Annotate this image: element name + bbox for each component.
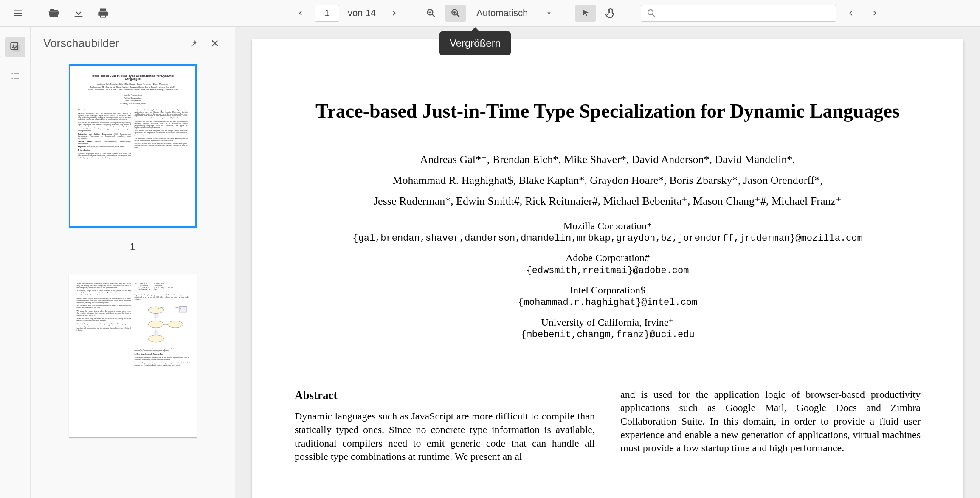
zoom-in-button[interactable] <box>445 5 466 22</box>
svg-line-1 <box>432 14 435 17</box>
prev-page-button[interactable] <box>290 5 310 22</box>
svg-point-11 <box>12 45 14 46</box>
trace-tree-diagram-icon <box>135 303 189 346</box>
svg-line-4 <box>457 14 459 17</box>
svg-rect-10 <box>13 45 20 51</box>
close-icon <box>210 39 220 48</box>
thumbnail-1[interactable]: Trace-based Just-in-Time Type Specializa… <box>31 64 235 253</box>
thumbnails-header: Vorschaubilder <box>31 27 235 60</box>
download-icon <box>73 7 84 19</box>
cursor-icon <box>580 8 591 18</box>
paper-authors: Andreas Gal*⁺, Brendan Eich*, Mike Shave… <box>295 149 921 212</box>
zoom-in-icon <box>450 8 461 19</box>
abstract-body: Dynamic languages such as JavaScript are… <box>295 410 595 464</box>
print-icon <box>97 7 109 19</box>
hand-icon <box>605 8 616 19</box>
chevron-down-icon <box>545 9 553 17</box>
paper-title: Trace-based Just-in-Time Type Specializa… <box>295 99 921 124</box>
svg-point-15 <box>167 321 183 327</box>
chevron-left-icon <box>296 8 305 18</box>
page-total-label: von 14 <box>344 8 380 19</box>
mini-sidebar <box>0 27 31 498</box>
thumbnails-tab-button[interactable] <box>5 37 25 57</box>
menu-button[interactable] <box>8 5 28 22</box>
pin-panel-button[interactable] <box>186 36 200 51</box>
affiliation-intel: Intel Corporation$ {mohammad.r.haghighat… <box>295 284 921 309</box>
page-view[interactable]: Trace-based Just-in-Time Type Specializa… <box>235 27 980 498</box>
thumbnails-title: Vorschaubilder <box>43 37 178 50</box>
thumbnails-list[interactable]: Trace-based Just-in-Time Type Specializa… <box>31 60 235 498</box>
separator <box>36 7 36 20</box>
open-file-button[interactable] <box>44 5 64 22</box>
close-panel-button[interactable] <box>208 36 222 51</box>
svg-point-13 <box>148 321 163 327</box>
find-next-button[interactable] <box>865 5 885 22</box>
hand-tool-button[interactable] <box>600 5 620 22</box>
pin-icon <box>188 38 198 48</box>
affiliation-uci: University of California, Irvine⁺ {mbebe… <box>295 316 921 341</box>
thumbnails-panel: Vorschaubilder Trace-based Just-in-Time … <box>31 27 235 498</box>
find-prev-button[interactable] <box>840 5 861 22</box>
zoom-out-icon <box>425 8 436 19</box>
abstract-heading: Abstract <box>295 388 595 403</box>
svg-rect-16 <box>179 306 186 312</box>
outline-tab-button[interactable] <box>5 66 25 86</box>
chevron-left-icon <box>846 8 855 18</box>
pointer-tool-button[interactable] <box>575 5 596 22</box>
page-1: Trace-based Just-in-Time Type Specializa… <box>252 39 963 498</box>
search-icon <box>646 8 656 18</box>
print-button[interactable] <box>93 5 113 22</box>
intro-body: and is used for the application logic of… <box>620 388 921 455</box>
thumbnail-1-label: 1 <box>130 241 135 253</box>
outline-icon <box>10 70 21 82</box>
thumbnail-2[interactable]: When recording and compiling a trace, op… <box>31 274 235 438</box>
zoom-select-label: Automatisch <box>476 8 528 19</box>
svg-point-7 <box>648 10 653 15</box>
zoom-out-button[interactable] <box>421 5 441 22</box>
toolbar: von 14 Automatisch <box>0 0 980 27</box>
chevron-right-icon <box>870 8 880 18</box>
page-number-input[interactable] <box>315 5 339 22</box>
svg-line-8 <box>653 14 655 17</box>
folder-open-icon <box>48 7 60 20</box>
chevron-right-icon <box>390 8 399 18</box>
abstract-column-right: and is used for the application logic of… <box>620 388 921 464</box>
hamburger-icon <box>12 8 23 19</box>
download-button[interactable] <box>68 5 89 22</box>
affiliation-adobe: Adobe Corporation# {edwsmith,rreitmai}@a… <box>295 251 921 277</box>
search-input[interactable] <box>641 5 836 22</box>
next-page-button[interactable] <box>384 5 405 22</box>
tooltip-zoom-in: Vergrößern <box>439 31 511 55</box>
abstract-column-left: Abstract Dynamic languages such as JavaS… <box>295 388 595 464</box>
zoom-select[interactable]: Automatisch <box>470 5 559 22</box>
thumbnails-icon <box>9 41 21 53</box>
affiliation-mozilla: Mozilla Corporation* {gal,brendan,shaver… <box>295 219 921 245</box>
svg-point-14 <box>148 335 163 342</box>
